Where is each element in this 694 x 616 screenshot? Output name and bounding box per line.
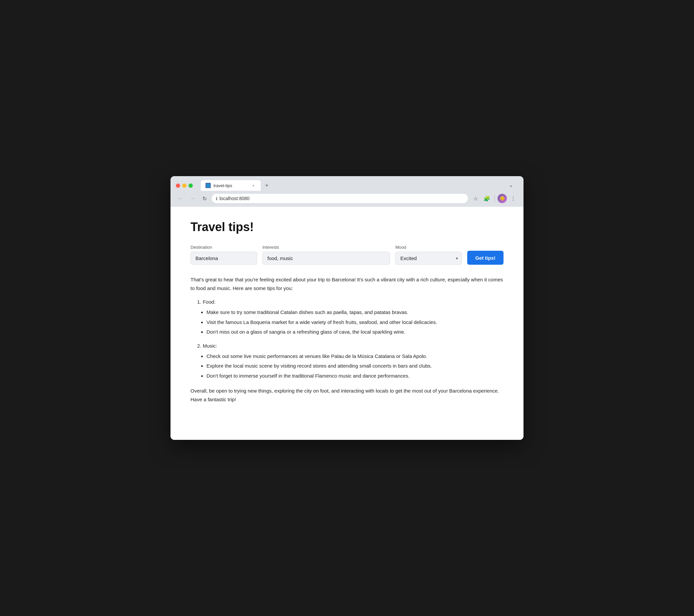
nav-actions: ☆ 🧩 😊 ⋮ xyxy=(471,194,518,203)
active-tab[interactable]: 🌐 travel-tips × xyxy=(201,180,261,191)
food-bullet-list: Make sure to try some traditional Catala… xyxy=(206,308,504,336)
reload-button[interactable]: ↻ xyxy=(200,194,209,203)
new-tab-button[interactable]: + xyxy=(262,181,271,190)
destination-group: Destination xyxy=(190,245,257,265)
mood-select[interactable]: Happy Excited Relaxed Adventurous Nervou… xyxy=(395,252,462,265)
list-item: Explore the local music scene by visitin… xyxy=(206,362,504,370)
traffic-lights xyxy=(176,183,193,188)
interests-label: Interests xyxy=(262,245,390,250)
nav-bar: ← → ↻ ℹ localhost:8080 ☆ 🧩 😊 ⋮ xyxy=(170,191,524,207)
title-bar: 🌐 travel-tips × + ⌄ xyxy=(170,176,524,191)
close-window-button[interactable] xyxy=(176,183,180,188)
extensions-button[interactable]: 🧩 xyxy=(482,194,492,203)
list-item: Check out some live music performances a… xyxy=(206,352,504,361)
food-section: 1. Food: Make sure to try some tradition… xyxy=(190,299,504,336)
browser-chrome: 🌐 travel-tips × + ⌄ ← → ↻ ℹ localhost:80… xyxy=(170,176,524,207)
mood-group: Mood Happy Excited Relaxed Adventurous N… xyxy=(395,245,462,265)
list-item: Visit the famous La Boqueria market for … xyxy=(206,318,504,327)
tab-close-button[interactable]: × xyxy=(251,183,256,188)
response-closing: Overall, be open to trying new things, e… xyxy=(190,386,504,403)
address-text: localhost:8080 xyxy=(219,196,464,201)
maximize-window-button[interactable] xyxy=(188,183,193,188)
interests-group: Interests xyxy=(262,245,390,265)
list-item: Don't forget to immerse yourself in the … xyxy=(206,372,504,380)
tab-bar: 🌐 travel-tips × + xyxy=(201,180,504,191)
list-item: Don't miss out on a glass of sangria or … xyxy=(206,328,504,336)
profile-button[interactable]: 😊 xyxy=(497,194,507,203)
minimize-window-button[interactable] xyxy=(182,183,186,188)
page-title: Travel tips! xyxy=(190,220,504,234)
music-section: 2. Music: Check out some live music perf… xyxy=(190,343,504,380)
address-bar[interactable]: ℹ localhost:8080 xyxy=(212,194,468,203)
get-tips-button[interactable]: Get tips! xyxy=(467,251,504,265)
browser-window: 🌐 travel-tips × + ⌄ ← → ↻ ℹ localhost:80… xyxy=(170,176,524,440)
tab-favicon-icon: 🌐 xyxy=(205,183,211,188)
page-content: Travel tips! Destination Interests Mood … xyxy=(170,207,524,440)
mood-select-wrapper: Happy Excited Relaxed Adventurous Nervou… xyxy=(395,252,462,265)
music-bullet-list: Check out some live music performances a… xyxy=(206,352,504,380)
mood-label: Mood xyxy=(395,245,462,250)
food-section-header: 1. Food: xyxy=(197,299,504,305)
forward-button[interactable]: → xyxy=(188,194,197,203)
back-button[interactable]: ← xyxy=(176,194,185,203)
response-intro: That's great to hear that you're feeling… xyxy=(190,275,504,292)
list-item: Make sure to try some traditional Catala… xyxy=(206,308,504,316)
music-section-header: 2. Music: xyxy=(197,343,504,349)
destination-label: Destination xyxy=(190,245,257,250)
divider xyxy=(494,195,495,202)
menu-button[interactable]: ⋮ xyxy=(508,194,518,203)
bookmark-button[interactable]: ☆ xyxy=(471,194,480,203)
tab-dropdown-button[interactable]: ⌄ xyxy=(506,180,515,189)
destination-input[interactable] xyxy=(190,252,257,265)
security-icon: ℹ xyxy=(216,196,217,201)
tab-label: travel-tips xyxy=(214,183,248,188)
interests-input[interactable] xyxy=(262,252,390,265)
form-row: Destination Interests Mood Happy Excited… xyxy=(190,245,504,265)
